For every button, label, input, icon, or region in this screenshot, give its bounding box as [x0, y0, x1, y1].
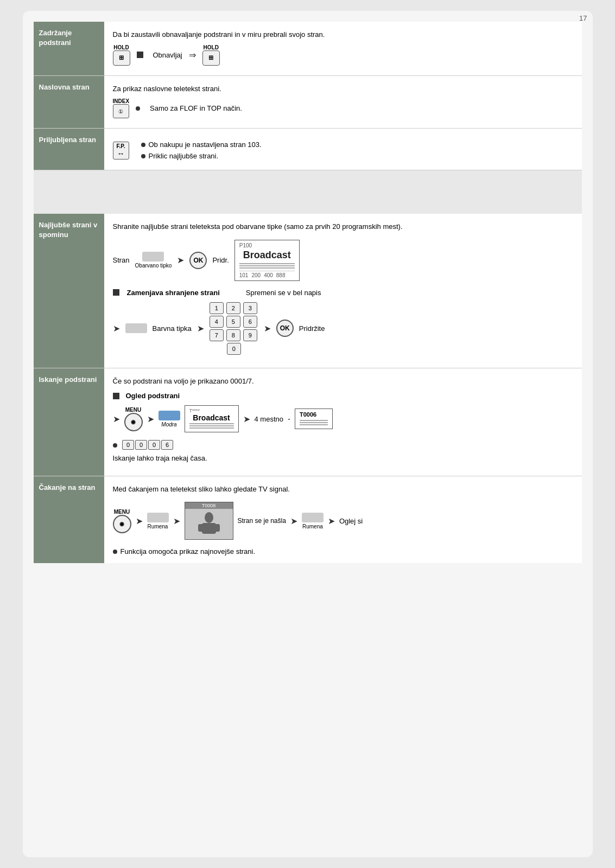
zero-3[interactable]: 6: [161, 440, 173, 450]
section-content-cakanje: Med čakanjem na teletekst sliko lahko gl…: [104, 476, 582, 564]
arrow-icon: ⇒: [189, 50, 196, 60]
arrow12-icon: ➤: [328, 516, 335, 526]
svg-rect-1: [202, 523, 216, 534]
zero-2[interactable]: 0: [148, 440, 160, 450]
colored-btn1[interactable]: [142, 252, 164, 261]
mestno-label: 4 mestno: [255, 415, 283, 423]
cakanje-bullet-row: Funkcija omogoča prikaz najnovejše stran…: [113, 547, 573, 556]
p100-label: P100: [239, 242, 295, 248]
spremeni-label: Spremeni se v bel napis: [246, 289, 321, 297]
t0006-box: T0006: [295, 409, 333, 429]
num-3[interactable]: 3: [243, 302, 257, 314]
naslovna-diagram: INDEX ① Samo za FLOF in TOP način.: [113, 98, 573, 118]
cakanje-bullet: Funkcija omogoča prikaz najnovejše stran…: [121, 547, 256, 556]
svg-rect-3: [214, 524, 220, 532]
num-grid: 1 2 3 4 5 6 7 8 9 0: [210, 302, 258, 355]
page-number: 17: [579, 14, 587, 22]
ogled-label: Ogled podstrani: [126, 392, 180, 400]
num-1[interactable]: 1: [210, 302, 224, 314]
t-label: T****: [189, 408, 234, 413]
num-9[interactable]: 9: [243, 329, 257, 341]
naslovna-description: Za prikaz naslovne teletekst strani.: [113, 84, 573, 94]
num-2[interactable]: 2: [226, 302, 240, 314]
black-square2-icon: [113, 289, 119, 296]
index-key[interactable]: ①: [113, 104, 129, 118]
arrow5-icon: ➤: [264, 323, 271, 334]
num-5[interactable]: 5: [226, 316, 240, 328]
arrow6-icon: ➤: [113, 414, 120, 424]
broadcast-small-title: Broadcast: [189, 413, 234, 422]
arrow11-icon: ➤: [290, 516, 297, 526]
fp-label: F.P.: [117, 143, 125, 149]
num-101: 101: [239, 272, 249, 278]
obnavljaj-label: Obnavljaj: [153, 51, 182, 59]
broadcast-lines: [239, 263, 295, 269]
t0008-label: T0008: [185, 502, 233, 509]
rumena2-btn[interactable]: [302, 513, 324, 522]
zamenjava-section: Zamenjava shranjene strani Spremeni se v…: [113, 289, 573, 355]
num-0[interactable]: 0: [227, 343, 241, 355]
oglej-label: Oglej si: [339, 517, 363, 525]
najljubse-description: Shranite najljubše strani teleteksta pod…: [113, 221, 573, 232]
menu-label-iskanje: MENU: [125, 407, 141, 413]
section-priljubljena: Priljubljena stran F.P. ↔ Ob nakupu je n…: [34, 129, 582, 170]
menu-circle-iskanje[interactable]: ◉: [124, 413, 143, 431]
arrow4-icon: ➤: [197, 323, 204, 334]
spacer: [34, 170, 582, 214]
section-naslovna: Naslovna stran Za prikaz naslovne telete…: [34, 76, 582, 129]
colored-btn2[interactable]: [125, 323, 147, 333]
fp-icon: ↔: [117, 149, 125, 158]
arrow7-icon: ➤: [147, 414, 154, 424]
tv-thumbnail: T0008: [185, 502, 233, 540]
barvna-label: Barvna tipka: [153, 324, 192, 333]
zamenjava-label: Zamenjava shranjene strani: [127, 289, 220, 297]
hold-key1[interactable]: ⊞: [113, 50, 130, 66]
menu-circle-cakanje[interactable]: ◉: [113, 515, 131, 533]
hold-key2[interactable]: ⊞: [202, 50, 220, 66]
fp-key[interactable]: F.P. ↔: [113, 142, 129, 159]
replace-diagram: ➤ Barvna tipka ➤ 1 2 3 4 5 6 7 8: [113, 302, 573, 355]
zero-0[interactable]: 0: [122, 440, 134, 450]
rumena1-btn[interactable]: [147, 513, 169, 522]
rumena1-label: Rumena: [148, 524, 168, 529]
priljubljena-bullet1: Ob nakupu je nastavljena stran 103.: [149, 141, 262, 149]
zeros-row: 0 0 0 6: [113, 438, 573, 450]
section-cakanje: Čakanje na stran Med čakanjem na teletek…: [34, 476, 582, 564]
cakanje-description: Med čakanjem na teletekst sliko lahko gl…: [113, 484, 573, 495]
naslovna-note: Samo za FLOF in TOP način.: [150, 104, 242, 112]
modra-btn[interactable]: [158, 411, 180, 420]
svg-point-0: [205, 512, 213, 523]
cakanje-bullet-icon: [113, 550, 117, 554]
arrow3-icon: ➤: [113, 323, 120, 334]
section-iskanje: Iskanje podstrani Če so podstrani na vol…: [34, 368, 582, 476]
stran-label: Stran: [113, 256, 130, 264]
num-4[interactable]: 4: [210, 316, 224, 328]
svg-rect-2: [198, 524, 204, 532]
section-content-najljubse: Shranite najljubše strani teleteksta pod…: [104, 214, 582, 368]
zadrzanje-description: Da bi zaustavili obnavaljanje podstrani …: [113, 29, 573, 40]
section-label-naslovna: Naslovna stran: [34, 76, 104, 129]
cakanje-diagram: MENU ◉ ➤ Rumena ➤ T0008: [113, 502, 573, 540]
section-content-naslovna: Za prikaz naslovne teletekst strani. IND…: [104, 76, 582, 129]
zero-1[interactable]: 0: [135, 440, 147, 450]
section-label-priljubljena: Priljubljena stran: [34, 129, 104, 170]
arrow10-icon: ➤: [173, 516, 180, 526]
person-silhouette: [195, 512, 223, 537]
priljubljena-diagram: F.P. ↔ Ob nakupu je nastavljena stran 10…: [113, 141, 573, 160]
iskanje-description: Če so podstrani na voljo je prikazano 00…: [113, 376, 573, 387]
num-888: 888: [276, 272, 286, 278]
hold-label2: HOLD: [204, 44, 219, 50]
bullet-zeros-icon: [113, 443, 117, 448]
zadrzanje-diagram: HOLD ⊞ Obnavljaj ⇒ HOLD ⊞: [113, 44, 573, 66]
num-6[interactable]: 6: [243, 316, 257, 328]
num-7[interactable]: 7: [210, 329, 224, 341]
tv-thumbnail-body: [185, 509, 233, 539]
ok-circle1[interactable]: OK: [189, 252, 207, 269]
ok-circle2[interactable]: OK: [276, 320, 294, 337]
obarvano-label: Obarvano tipko: [135, 263, 172, 269]
section-label-cakanje: Čakanje na stran: [34, 476, 104, 564]
t0006-label: T0006: [300, 411, 328, 418]
num-8[interactable]: 8: [226, 329, 240, 341]
section-label-najljubse: Najljubše strani v spominu: [34, 214, 104, 368]
priljubljena-bullet2: Priklic najljubše strani.: [149, 152, 219, 160]
